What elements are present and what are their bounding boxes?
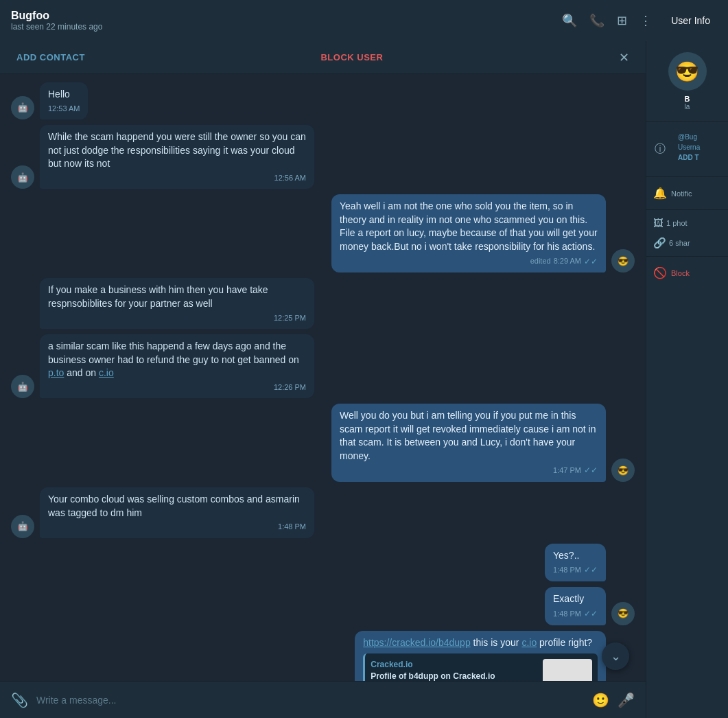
add-contact-button[interactable]: ADD CONTACT bbox=[16, 52, 85, 62]
message-text: While the scam happend you were still th… bbox=[48, 131, 306, 169]
avatar: 🤖 bbox=[11, 515, 34, 538]
more-icon[interactable]: ⋮ bbox=[639, 13, 652, 28]
message-meta: 12:26 PM bbox=[48, 382, 306, 393]
panel-info-item[interactable]: ⓘ @Bug Userna ADD T bbox=[646, 125, 728, 174]
message-time: 1:48 PM bbox=[553, 609, 581, 619]
message-text: Your combo cloud was selling custom comb… bbox=[48, 494, 300, 518]
message-text: If you make a business with him then you… bbox=[48, 284, 268, 309]
c-io-link[interactable]: c.io bbox=[521, 637, 537, 648]
read-receipt-icon: ✓✓ bbox=[584, 465, 598, 476]
message-bubble: Your combo cloud was selling custom comb… bbox=[40, 487, 314, 538]
cracked-link[interactable]: https://cracked.io/b4dupp bbox=[363, 637, 470, 648]
message-time: 12:25 PM bbox=[274, 313, 306, 323]
block-user-button[interactable]: BLOCK USER bbox=[320, 52, 383, 62]
layout-icon[interactable]: ⊞ bbox=[617, 13, 627, 28]
preview-title: Profile of b4dupp on Cracked.io bbox=[371, 671, 537, 681]
table-row: If you make a business with him then you… bbox=[11, 278, 635, 329]
divider bbox=[646, 176, 728, 177]
shared-item[interactable]: 🔗 6 shar bbox=[646, 233, 728, 253]
divider bbox=[646, 209, 728, 210]
avatar: 😎 bbox=[611, 602, 635, 625]
avatar-emoji: 😎 bbox=[675, 60, 699, 83]
contact-status: last seen 22 minutes ago bbox=[11, 22, 102, 32]
table-row: Yes?.. 1:48 PM ✓✓ bbox=[11, 544, 635, 581]
message-time: 12:56 AM bbox=[274, 173, 306, 183]
phone-icon[interactable]: 📞 bbox=[589, 13, 604, 28]
message-text: a similar scam like this happend a few d… bbox=[48, 340, 299, 365]
add-to-contacts-button[interactable]: ADD T bbox=[671, 152, 707, 167]
read-receipt-icon: ✓✓ bbox=[584, 256, 598, 268]
message-bubble: Exactly 1:48 PM ✓✓ bbox=[545, 587, 606, 625]
read-receipt-icon: ✓✓ bbox=[584, 564, 598, 576]
header-icons: 🔍 📞 ⊞ ⋮ User Info bbox=[562, 11, 717, 30]
table-row: 😎 Exactly 1:48 PM ✓✓ bbox=[11, 587, 635, 625]
table-row: 😎 Well you do you but i am telling you i… bbox=[11, 404, 635, 482]
message-input[interactable] bbox=[36, 695, 584, 706]
media-item[interactable]: 🖼 1 phot bbox=[646, 213, 728, 233]
block-item[interactable]: 🚫 Block bbox=[646, 259, 728, 286]
message-meta: edited 8:29 AM ✓✓ bbox=[340, 256, 598, 268]
emoji-icon[interactable]: 🙂 bbox=[592, 692, 609, 708]
panel-subtitle: la bbox=[685, 103, 690, 111]
table-row: 😎 https://cracked.io/b4dupp this is your… bbox=[11, 631, 635, 681]
scroll-down-button[interactable]: ⌄ bbox=[602, 642, 629, 670]
header-contact-info: Bugfoo last seen 22 minutes ago bbox=[11, 10, 102, 32]
message-time: 1:48 PM bbox=[278, 522, 306, 532]
user-info-button[interactable]: User Info bbox=[664, 11, 717, 30]
message-text-end: profile right? bbox=[537, 637, 592, 648]
panel-username: @Bug bbox=[671, 132, 707, 142]
message-text: Hello bbox=[48, 89, 70, 100]
message-meta: 1:48 PM ✓✓ bbox=[553, 564, 598, 576]
table-row: 🤖 Hello 12:53 AM bbox=[11, 82, 635, 119]
avatar: 😎 bbox=[611, 249, 635, 273]
right-panel: 😎 B la ⓘ @Bug Userna ADD T 🔔 Notific 🖼 1… bbox=[646, 41, 728, 718]
message-time: 12:26 PM bbox=[274, 382, 306, 393]
attach-icon[interactable]: 📎 bbox=[11, 692, 28, 708]
messages-container: 🤖 Hello 12:53 AM 🤖 While the scam happen… bbox=[0, 74, 646, 681]
notification-item[interactable]: 🔔 Notific bbox=[646, 180, 728, 207]
block-icon: 🚫 bbox=[653, 266, 667, 279]
link-p-to[interactable]: p.to bbox=[48, 367, 64, 378]
message-time: 1:48 PM bbox=[553, 565, 581, 575]
read-receipt-icon: ✓✓ bbox=[584, 608, 598, 620]
search-icon[interactable]: 🔍 bbox=[562, 13, 577, 28]
close-button[interactable]: ✕ bbox=[619, 50, 629, 65]
message-text: Well you do you but i am telling you if … bbox=[340, 410, 596, 461]
message-time: 1:47 PM bbox=[553, 465, 581, 476]
avatar: 😎 bbox=[611, 459, 635, 482]
divider bbox=[646, 121, 728, 122]
message-bubble: While the scam happend you were still th… bbox=[40, 125, 314, 189]
table-row: 😎 Yeah well i am not the one who sold yo… bbox=[11, 194, 635, 273]
message-meta: 12:25 PM bbox=[48, 313, 306, 323]
chevron-down-icon: ⌄ bbox=[611, 649, 621, 664]
mic-icon[interactable]: 🎤 bbox=[618, 692, 635, 708]
chat-wrapper: ADD CONTACT BLOCK USER ✕ 🤖 Hello 12:53 A… bbox=[0, 41, 646, 718]
table-row: 🤖 While the scam happend you were still … bbox=[11, 125, 635, 189]
main-layout: ADD CONTACT BLOCK USER ✕ 🤖 Hello 12:53 A… bbox=[0, 41, 728, 718]
message-text: Yeah well i am not the one who sold you … bbox=[340, 200, 598, 252]
message-bubble: If you make a business with him then you… bbox=[40, 278, 314, 329]
preview-site: Cracked.io bbox=[371, 659, 537, 671]
top-header: Bugfoo last seen 22 minutes ago 🔍 📞 ⊞ ⋮ … bbox=[0, 0, 728, 41]
contact-name: Bugfoo bbox=[11, 10, 102, 22]
message-meta: 12:56 AM bbox=[48, 173, 306, 183]
message-bubble: Well you do you but i am telling you if … bbox=[331, 404, 606, 482]
table-row: 🤖 a similar scam like this happend a few… bbox=[11, 334, 635, 398]
message-bubble: https://cracked.io/b4dupp this is your c… bbox=[355, 631, 606, 681]
link-preview-content: Cracked.io Profile of b4dupp on Cracked.… bbox=[371, 659, 537, 681]
panel-username-full: Userna bbox=[671, 142, 707, 152]
shared-count-label: 6 shar bbox=[669, 239, 690, 247]
notification-icon: 🔔 bbox=[653, 187, 667, 200]
message-text: this is your bbox=[471, 637, 522, 648]
avatar: 🤖 bbox=[11, 375, 34, 398]
message-meta: 1:48 PM ✓✓ bbox=[553, 608, 598, 620]
input-bar: 📎 🙂 🎤 bbox=[0, 681, 646, 718]
link-c-io[interactable]: c.io bbox=[99, 367, 114, 378]
message-text: Yes?.. bbox=[553, 550, 579, 561]
message-bubble: Yes?.. 1:48 PM ✓✓ bbox=[545, 544, 606, 581]
panel-avatar: 😎 bbox=[668, 52, 707, 91]
message-bubble: Hello 12:53 AM bbox=[40, 82, 88, 119]
link-preview: Cracked.io Profile of b4dupp on Cracked.… bbox=[363, 653, 598, 681]
info-icon: ⓘ bbox=[653, 142, 667, 157]
avatar: 🤖 bbox=[11, 165, 34, 189]
